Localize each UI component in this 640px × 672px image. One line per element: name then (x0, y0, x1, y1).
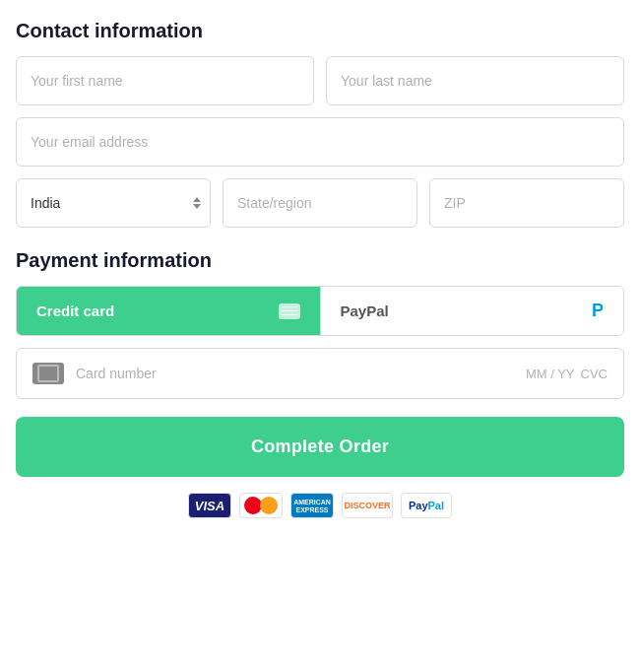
email-field (16, 117, 624, 167)
discover-logo: DISCOVER (342, 493, 393, 518)
last-name-field (326, 56, 624, 105)
name-row (16, 56, 624, 105)
card-chip-icon (32, 363, 64, 384)
cvc-label: CVC (581, 367, 608, 381)
mastercard-logo (239, 493, 283, 518)
zip-field (429, 178, 624, 228)
email-input[interactable] (16, 117, 624, 167)
credit-card-icon (279, 303, 300, 319)
amex-line1: AMERICAN (293, 499, 331, 505)
country-field: India United States United Kingdom (16, 178, 211, 228)
last-name-input[interactable] (326, 56, 624, 105)
payment-tabs: Credit card PayPal P (16, 286, 624, 336)
visa-logo: VISA (188, 493, 231, 518)
card-number-placeholder: Card number (76, 366, 526, 381)
first-name-field (16, 56, 314, 105)
mm-yy-label: MM / YY (526, 367, 575, 381)
zip-input[interactable] (429, 178, 624, 228)
card-stripe-1 (282, 306, 297, 307)
amex-logo: AMERICAN EXPRESS (290, 493, 334, 518)
state-field (223, 178, 417, 228)
first-name-input[interactable] (16, 56, 314, 105)
paypal-tab-label: PayPal (341, 302, 389, 319)
payment-section: Payment information Credit card PayPal P… (16, 249, 624, 518)
contact-section-title: Contact information (16, 20, 624, 42)
credit-card-label: Credit card (36, 302, 114, 319)
country-select[interactable]: India United States United Kingdom (16, 178, 211, 228)
state-input[interactable] (223, 178, 417, 228)
payment-logos: VISA AMERICAN EXPRESS DISCOVER PayPal (16, 493, 624, 518)
paypal-logo-p: Pay (409, 500, 428, 511)
card-date-cvc-labels: MM / YY CVC (526, 367, 608, 381)
email-row (16, 117, 624, 167)
amex-line2: EXPRESS (295, 506, 328, 513)
mc-right-circle (260, 497, 278, 514)
payment-section-title: Payment information (16, 249, 624, 272)
address-row: India United States United Kingdom (16, 178, 624, 228)
paypal-logo-pal: Pal (428, 500, 445, 511)
card-number-row: Card number MM / YY CVC (16, 348, 624, 399)
complete-order-button[interactable]: Complete Order (16, 417, 624, 477)
paypal-tab-icon: P (592, 301, 604, 321)
card-stripe-3 (282, 314, 297, 315)
paypal-tab[interactable]: PayPal P (320, 287, 624, 335)
paypal-logo: PayPal (401, 493, 452, 518)
credit-card-tab[interactable]: Credit card (17, 287, 320, 335)
card-stripe-2 (282, 310, 297, 311)
